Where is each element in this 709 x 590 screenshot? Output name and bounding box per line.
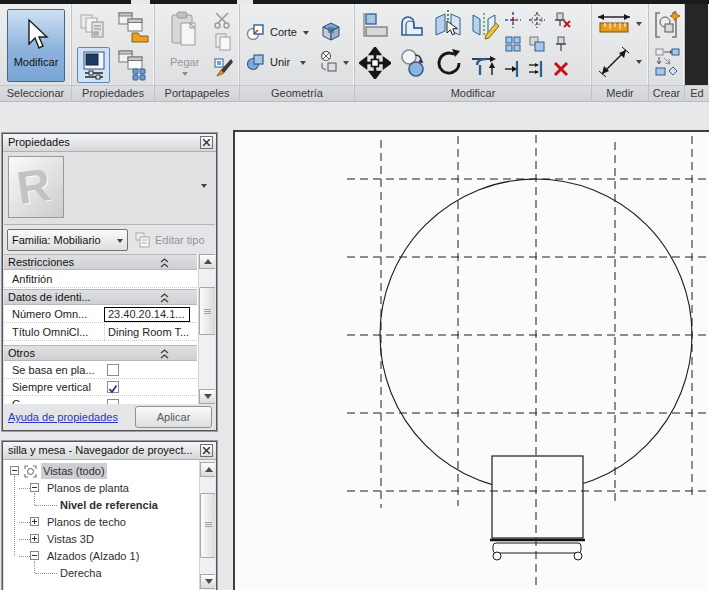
array-radial-button[interactable] xyxy=(527,10,547,30)
collapse-chevron-icon xyxy=(160,258,169,268)
scrollbar-thumb[interactable] xyxy=(199,287,215,335)
expander-minus[interactable] xyxy=(30,483,39,492)
tree-item-planos-planta[interactable]: Planos de planta xyxy=(4,480,197,497)
tree-item-nivel-referencia[interactable]: Nivel de referencia xyxy=(4,497,197,514)
type-selector-caret[interactable] xyxy=(201,184,207,188)
tree-item-vistas-3d[interactable]: Vistas 3D xyxy=(4,531,197,548)
trim-multiple-button[interactable] xyxy=(527,58,547,80)
rotate-button[interactable] xyxy=(433,46,465,80)
dimension-button[interactable] xyxy=(598,46,630,78)
properties-palette-titlebar[interactable]: Propiedades xyxy=(3,134,216,152)
match-type-properties-button[interactable] xyxy=(76,10,110,44)
copy-to-clipboard-button[interactable] xyxy=(212,32,234,52)
panel-label-editar[interactable]: Ed xyxy=(685,85,709,101)
align-button[interactable] xyxy=(359,10,391,40)
panel-label-modificar[interactable]: Modificar xyxy=(355,85,591,101)
properties-help-link[interactable]: Ayuda de propiedades xyxy=(8,411,118,423)
array-linear-button[interactable] xyxy=(503,10,523,30)
mirror-button[interactable] xyxy=(468,9,500,41)
family-selector-dropdown-caret xyxy=(117,239,123,243)
property-row-partial[interactable]: G xyxy=(4,396,197,404)
apply-button[interactable]: Aplicar xyxy=(135,406,212,428)
scroll-up-button[interactable] xyxy=(200,462,215,477)
load-into-project-button[interactable] xyxy=(654,46,680,78)
measure-dropdown-caret[interactable] xyxy=(636,22,642,26)
join-label[interactable]: Unir xyxy=(270,56,290,68)
cut-geometry-button[interactable] xyxy=(246,22,266,42)
split-face-dropdown-caret[interactable] xyxy=(343,61,349,65)
property-row-se-basa[interactable]: Se basa en pla... xyxy=(4,362,197,379)
dimension-dropdown-caret[interactable] xyxy=(636,60,642,64)
panel-label-medir[interactable]: Medir xyxy=(592,85,648,101)
create-group-button[interactable] xyxy=(653,9,681,41)
expander-plus[interactable] xyxy=(30,534,39,543)
properties-scrollbar[interactable] xyxy=(198,254,215,404)
cut-dropdown-caret[interactable] xyxy=(303,31,309,35)
browser-scrollbar[interactable] xyxy=(199,460,215,590)
join-dropdown-caret[interactable] xyxy=(300,61,306,65)
chair-symbol[interactable] xyxy=(490,456,585,560)
scroll-up-button[interactable] xyxy=(199,254,215,269)
paste-button[interactable] xyxy=(165,9,205,55)
trim-single-button[interactable] xyxy=(503,58,523,80)
property-row-titulo-omniclass[interactable]: Título OmniCl... Dining Room T... xyxy=(4,324,197,341)
drawing-canvas[interactable] xyxy=(233,130,709,590)
group-header-datos[interactable]: Datos de identi... xyxy=(4,289,197,305)
property-row-siempre-vertical[interactable]: Siempre vertical xyxy=(4,379,197,396)
scale-button[interactable] xyxy=(527,34,547,54)
tree-item-vistas[interactable]: Vistas (todo) xyxy=(4,463,197,480)
properties-close-button[interactable] xyxy=(200,136,213,149)
copy-button[interactable] xyxy=(397,46,429,80)
matrix-button[interactable] xyxy=(503,34,523,54)
delete-button[interactable] xyxy=(551,58,571,80)
views-icon xyxy=(24,465,37,478)
split-face-button[interactable] xyxy=(318,50,340,74)
panel-label-geometria[interactable]: Geometría xyxy=(240,85,354,101)
cut-button[interactable] xyxy=(211,10,233,30)
unpin-button[interactable] xyxy=(550,10,572,30)
paste-dropdown-caret[interactable] xyxy=(182,72,188,76)
move-button[interactable] xyxy=(359,46,391,80)
group-header-otros[interactable]: Otros xyxy=(4,345,197,361)
split-element-button[interactable] xyxy=(432,9,464,41)
panel-label-propiedades[interactable]: Propiedades xyxy=(72,85,154,101)
properties-palette-toggle[interactable] xyxy=(77,47,110,83)
paint-button[interactable] xyxy=(318,18,344,44)
edit-type-button[interactable]: Editar tipo xyxy=(135,231,215,249)
panel-label-portapapeles[interactable]: Portapapeles xyxy=(155,85,239,101)
properties-grid: Restricciones Anfitrión Datos de identi.… xyxy=(4,254,215,404)
tree-item-planos-techo[interactable]: Planos de techo xyxy=(4,514,197,531)
numero-omniclass-input[interactable]: 23.40.20.14.1... xyxy=(104,307,190,322)
browser-close-button[interactable] xyxy=(200,444,213,457)
property-row-numero-omniclass[interactable]: Número Omn... 23.40.20.14.1... xyxy=(4,306,197,323)
trim-extend-corner-button[interactable] xyxy=(468,46,500,80)
pin-button[interactable] xyxy=(551,34,571,54)
user-interface-button[interactable] xyxy=(114,47,152,83)
se-basa-checkbox[interactable] xyxy=(107,364,119,376)
panel-label-crear[interactable]: Crear xyxy=(649,85,684,101)
siempre-vertical-checkbox[interactable] xyxy=(107,381,119,393)
properties-palette: Propiedades R Familia: Mobiliario xyxy=(2,133,217,431)
project-browser-titlebar[interactable]: silla y mesa - Navegador de proyect... xyxy=(3,442,216,460)
offset-button[interactable] xyxy=(395,10,429,40)
expander-minus[interactable] xyxy=(10,466,19,475)
panel-label-seleccionar[interactable]: Seleccionar xyxy=(0,85,71,101)
modify-button[interactable]: Modificar xyxy=(7,9,65,82)
expander-plus[interactable] xyxy=(30,517,39,526)
join-geometry-button[interactable] xyxy=(246,52,266,72)
match-properties-button[interactable] xyxy=(212,56,234,78)
scroll-down-button[interactable] xyxy=(199,389,215,404)
edit-type-label: Editar tipo xyxy=(155,234,205,246)
transfer-standards-button[interactable] xyxy=(114,8,152,46)
cut-label[interactable]: Corte xyxy=(270,26,297,38)
property-row-anfitrion[interactable]: Anfitrión xyxy=(4,271,197,288)
group-header-restricciones[interactable]: Restricciones xyxy=(4,254,197,270)
measure-button[interactable] xyxy=(596,10,632,38)
scrollbar-thumb[interactable] xyxy=(200,493,215,558)
family-selector-combo[interactable]: Familia: Mobiliario xyxy=(7,229,128,251)
tree-item-derecha[interactable]: Derecha xyxy=(4,565,197,582)
tree-item-alzados[interactable]: Alzados (Alzado 1) xyxy=(4,548,197,565)
type-preview[interactable]: R xyxy=(4,152,215,225)
expander-minus[interactable] xyxy=(30,551,39,560)
scroll-down-button[interactable] xyxy=(200,574,215,589)
